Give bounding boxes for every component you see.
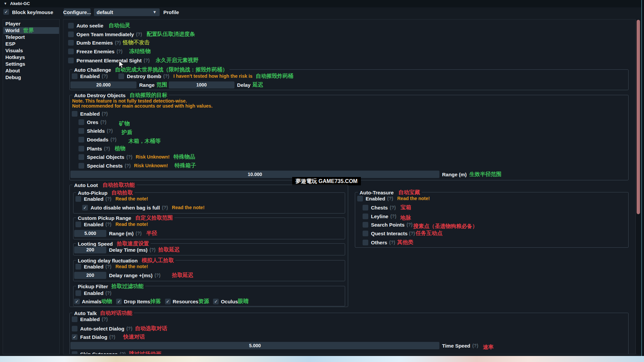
auto-challenge-enabled-label: Enabled <box>80 73 100 79</box>
custom-range-enabled-checkbox[interactable] <box>75 222 81 227</box>
sidebar-item-label: Settings <box>5 61 25 67</box>
content-scrollbar[interactable] <box>636 19 641 354</box>
sidebar-item-about[interactable]: About <box>3 67 59 74</box>
freeze-enemies-row: Freeze Enemies (?) 冻结怪物 <box>68 48 151 55</box>
fluctuation-enabled-checkbox[interactable] <box>75 264 81 269</box>
help-icon: (?) <box>144 58 150 63</box>
destroy-shields-annotation: 护盾 <box>121 129 132 136</box>
pickup-filter-enabled-checkbox[interactable] <box>75 290 81 296</box>
auto-seelie-checkbox[interactable] <box>68 23 74 28</box>
destroy-ores-annotation: 矿物 <box>119 120 130 127</box>
auto-treasure-group: Auto-Treasure 自动宝藏 Enabled (?) Read the … <box>355 192 629 248</box>
permanent-sight-checkbox[interactable] <box>68 58 74 63</box>
destroy-plants-checkbox[interactable] <box>78 146 84 152</box>
destroy-bomb-warning: I haven't tested how high the risk is <box>173 73 253 79</box>
help-icon: (?) <box>390 205 396 210</box>
custom-range-input[interactable]: 5.000 <box>74 230 106 237</box>
looting-speed-input[interactable]: 200 <box>74 246 106 253</box>
time-speed-slider[interactable]: 5.000 <box>70 342 439 349</box>
treasure-quest-interacts-checkbox[interactable] <box>363 231 368 236</box>
auto-pickup-enabled-checkbox[interactable] <box>75 196 81 202</box>
auto-select-dialog-checkbox[interactable] <box>72 326 77 331</box>
destroy-special-chests-checkbox[interactable] <box>78 163 84 169</box>
scrollbar-thumb[interactable] <box>637 20 640 214</box>
freeze-enemies-checkbox[interactable] <box>68 49 74 54</box>
permanent-sight-label: Permanent Elemental Sight <box>76 58 142 63</box>
auto-challenge-enabled-checkbox[interactable] <box>72 73 77 79</box>
filter-drop-items-checkbox[interactable]: ✓ <box>116 299 122 304</box>
help-icon: (?) <box>120 351 126 354</box>
destroy-doodads-row: Doodads (?) 木箱，木桶等 <box>78 136 161 143</box>
treasure-chests-annotation: 宝箱 <box>400 204 411 211</box>
treasure-leyline-row: Leyline (?) 地脉 <box>363 213 411 220</box>
treasure-others-checkbox[interactable] <box>363 240 368 245</box>
collapse-icon[interactable]: ▼ <box>4 0 7 7</box>
treasure-others-label: Others <box>371 240 387 245</box>
looting-speed-label: Delay Time (ms) <box>109 247 148 253</box>
challenge-delay-input[interactable]: 1000 <box>169 81 234 88</box>
help-icon: (?) <box>105 264 111 269</box>
checkmark-icon: ✓ <box>214 299 218 304</box>
sidebar-item-world[interactable]: World世界 <box>3 27 59 34</box>
fluctuation-delay-annotation: 拾取延迟 <box>172 272 194 279</box>
block-key-mouse-checkbox[interactable]: ✓ <box>3 9 9 15</box>
destroy-ores-row: Ores (?) 矿物 <box>78 118 130 126</box>
auto-select-dialog-label: Auto-select Dialog <box>80 326 124 331</box>
window-titlebar[interactable]: ▼ Akebi-GC <box>0 0 644 7</box>
auto-seelie-annotation: 自动仙灵 <box>109 22 130 29</box>
skip-cutscenes-annotation: 跳过过场动画 <box>129 351 161 355</box>
auto-destroy-note2: Not recommended for main accounts or use… <box>72 103 213 109</box>
profile-select[interactable]: default ▼ <box>94 8 160 16</box>
sidebar-item-settings[interactable]: Settings <box>3 61 59 67</box>
auto-destroy-enabled-checkbox[interactable] <box>72 111 77 117</box>
sidebar-item-debug[interactable]: Debug <box>3 74 59 81</box>
fast-dialog-label: Fast Dialog <box>80 334 107 340</box>
dumb-enemies-checkbox[interactable] <box>68 40 74 46</box>
destroy-special-objects-row: Special Objects (?) Risk Unknown! 特殊物品 <box>78 153 195 161</box>
filter-resources-checkbox[interactable]: ✓ <box>165 299 171 304</box>
fluctuation-delay-input[interactable]: 200 <box>74 272 106 279</box>
help-icon: (?) <box>110 137 116 142</box>
custom-range-annotation: 半径 <box>146 230 157 237</box>
treasure-leyline-label: Leyline <box>371 214 388 219</box>
destroy-plants-label: Plants <box>87 146 102 152</box>
looting-speed-title: Looting Speed <box>78 241 113 247</box>
treasure-search-points-checkbox[interactable] <box>363 222 368 228</box>
challenge-range-input[interactable]: 20.000 <box>70 81 137 88</box>
configure-button[interactable]: Configure... <box>64 8 91 16</box>
help-icon: (?) <box>407 222 413 227</box>
destroy-doodads-checkbox[interactable] <box>78 137 84 142</box>
destroy-special-chests-row: Special Chests (?) Risk Unknown! 特殊箱子 <box>78 162 196 169</box>
destroy-range-slider[interactable]: 10.000 <box>70 171 439 178</box>
sidebar-item-hotkeys[interactable]: Hotkeys <box>3 54 59 61</box>
auto-loot-title: Auto Loot <box>74 182 98 188</box>
auto-pickup-enabled-note: Read the note! <box>115 196 148 201</box>
filter-oculus-label: Oculus <box>221 299 238 304</box>
auto-disable-checkbox[interactable]: ✓ <box>82 205 88 210</box>
help-icon: (?) <box>155 273 161 278</box>
destroy-shields-checkbox[interactable] <box>78 128 84 134</box>
skip-cutscenes-checkbox[interactable] <box>72 351 77 355</box>
watermark: 夢遊電玩 GAME735.COM <box>292 177 361 185</box>
skip-cutscenes-row: Skip Cutscenes (?) 跳过过场动画 <box>72 350 161 354</box>
treasure-leyline-checkbox[interactable] <box>363 214 368 219</box>
sidebar-item-esp[interactable]: ESP <box>3 41 59 47</box>
treasure-chests-checkbox[interactable] <box>363 205 368 210</box>
destroy-special-objects-checkbox[interactable] <box>78 154 84 160</box>
chevron-down-icon[interactable]: ▼ <box>153 10 157 14</box>
sidebar-item-visuals[interactable]: Visuals <box>3 47 59 54</box>
open-team-checkbox[interactable] <box>68 32 74 37</box>
treasure-enabled-checkbox[interactable] <box>357 196 363 201</box>
fast-dialog-checkbox[interactable]: ✓ <box>72 334 77 340</box>
filter-resources-annotation: 资源 <box>198 298 209 305</box>
auto-disable-note: Read the note! <box>172 205 205 210</box>
auto-talk-enabled-checkbox[interactable] <box>72 316 77 322</box>
filter-animals-checkbox[interactable]: ✓ <box>74 299 80 304</box>
sidebar-item-teleport[interactable]: Teleport <box>3 34 59 41</box>
permanent-sight-row: Permanent Elemental Sight (?) 永久开启元素视野 <box>68 57 199 64</box>
checkmark-icon: ✓ <box>75 299 79 304</box>
sidebar-item-player[interactable]: Player <box>3 20 59 27</box>
destroy-ores-checkbox[interactable] <box>78 119 84 125</box>
filter-oculus-checkbox[interactable]: ✓ <box>213 299 219 304</box>
destroy-bomb-checkbox[interactable] <box>118 73 124 79</box>
